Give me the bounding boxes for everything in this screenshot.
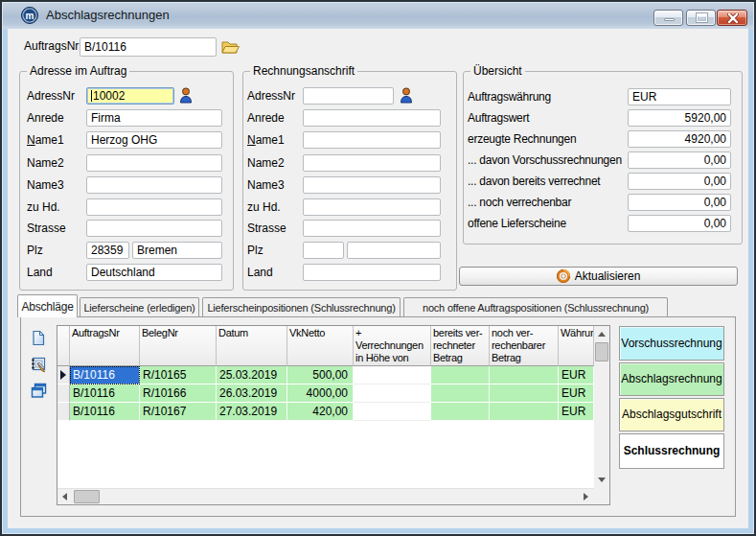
tab-lieferscheinpositionen[interactable]: Lieferscheinpositionen (Schlussrechnung): [202, 297, 401, 317]
cell-belegnr[interactable]: R/10166: [140, 385, 217, 403]
abschlagsgutschrift-button[interactable]: Abschlagsgutschrift: [619, 398, 724, 431]
cell-datum[interactable]: 26.03.2019: [217, 385, 287, 403]
aktualisieren-button[interactable]: Aktualisieren: [459, 267, 738, 286]
ort-input[interactable]: [347, 242, 441, 259]
tab-lieferscheine[interactable]: Lieferscheine (erledigen): [80, 297, 199, 317]
plz-input[interactable]: 28359: [86, 242, 129, 259]
adressnr-input[interactable]: [303, 87, 394, 105]
erzeugte-rechnungen-label: erzeugte Rechnungen: [468, 130, 576, 148]
cell-vknetto[interactable]: 420,00: [287, 403, 354, 421]
edit-record-icon[interactable]: [31, 357, 47, 373]
adressnr-input[interactable]: 10002: [86, 87, 174, 105]
person-icon[interactable]: [400, 87, 413, 104]
name2-input[interactable]: [303, 154, 441, 172]
current-row-arrow-icon: [60, 370, 66, 380]
cell-datum[interactable]: 25.03.2019: [217, 366, 287, 385]
header-auftragsnr[interactable]: AuftragsNr: [70, 326, 140, 366]
tab-offene-auftragspositionen[interactable]: noch offene Auftragspositionen (Schlussr…: [403, 297, 668, 317]
cell-bereits-verrechnet[interactable]: [431, 385, 490, 403]
cell-belegnr[interactable]: R/10167: [140, 403, 217, 421]
anrede-input[interactable]: Firma: [86, 109, 222, 127]
scroll-right-button[interactable]: [578, 489, 594, 504]
vertical-scrollbar[interactable]: [594, 326, 609, 488]
name2-label: Name2: [27, 154, 64, 172]
vorschussrechnung-button[interactable]: Vorschussrechnung: [619, 326, 724, 361]
horizontal-scrollbar[interactable]: [57, 488, 594, 504]
noch-verrechenbar-input[interactable]: 0,00: [628, 194, 731, 211]
header-bereits-verrechnet[interactable]: bereits ver- rechneter Betrag: [431, 326, 490, 366]
maximize-icon: [697, 13, 707, 22]
cell-belegnr[interactable]: R/10165: [140, 366, 217, 385]
zuhd-input[interactable]: [303, 198, 441, 216]
header-verrechnungen[interactable]: + Verrechnungen in Höhe von: [354, 326, 431, 366]
vertical-scroll-thumb[interactable]: [595, 342, 608, 361]
cell-verrechnungen[interactable]: [354, 385, 431, 403]
name3-label: Name3: [27, 176, 64, 194]
cell-noch-verrechenbar[interactable]: [490, 366, 559, 385]
cell-noch-verrechenbar[interactable]: [490, 403, 559, 421]
land-input[interactable]: Deutschland: [86, 264, 222, 281]
offene-lieferscheine-input[interactable]: 0,00: [628, 215, 731, 232]
auftragsnr-input[interactable]: B/10116: [80, 37, 217, 57]
header-vknetto[interactable]: VkNetto: [287, 326, 354, 366]
name3-label: Name3: [247, 176, 285, 194]
cell-noch-verrechenbar[interactable]: [490, 385, 559, 403]
header-noch-verrechenbar[interactable]: noch ver- rechenbarer Betrag: [490, 326, 559, 366]
plz-input[interactable]: [303, 242, 344, 259]
land-label: Land: [247, 264, 273, 281]
strasse-input[interactable]: [303, 220, 441, 237]
schlussrechnung-button[interactable]: Schlussrechnung: [619, 433, 724, 469]
cell-waehrung[interactable]: EUR: [559, 403, 594, 421]
header-waehrung[interactable]: Währung: [559, 326, 594, 366]
close-button[interactable]: [717, 10, 747, 26]
cell-waehrung[interactable]: EUR: [559, 366, 594, 385]
land-input[interactable]: [303, 264, 441, 281]
name3-input[interactable]: [303, 176, 441, 194]
cell-verrechnungen[interactable]: [354, 366, 431, 385]
cell-bereits-verrechnet[interactable]: [431, 403, 490, 421]
strasse-input[interactable]: [86, 220, 222, 237]
person-icon[interactable]: [179, 87, 193, 104]
davon-bereits-verrechnet-input[interactable]: 0,00: [628, 173, 731, 190]
abschlaege-table: AuftragsNr BelegNr Datum VkNetto + Verre…: [57, 325, 610, 505]
davon-vorschussrechnungen-input[interactable]: 0,00: [628, 151, 731, 169]
folder-open-icon[interactable]: [220, 38, 240, 56]
new-document-icon[interactable]: [31, 330, 47, 346]
adressnr-label: AdressNr: [27, 87, 75, 105]
scroll-left-button[interactable]: [57, 489, 74, 504]
auftragswaehrung-input[interactable]: EUR: [628, 88, 731, 105]
auftragswert-input[interactable]: 5920,00: [628, 109, 731, 127]
name1-input[interactable]: Herzog OHG: [86, 131, 222, 149]
name3-input[interactable]: [86, 176, 222, 194]
title-bar[interactable]: m Abschlagsrechnungen: [2, 2, 754, 29]
header-datum[interactable]: Datum: [217, 326, 287, 366]
name2-input[interactable]: [86, 154, 222, 172]
minimize-button[interactable]: [653, 10, 683, 26]
anrede-input[interactable]: [303, 109, 441, 127]
header-belegnr[interactable]: BelegNr: [140, 326, 217, 366]
zuhd-label: zu Hd.: [27, 198, 60, 216]
horizontal-scroll-thumb[interactable]: [74, 490, 100, 503]
copy-icon[interactable]: [31, 383, 47, 399]
maximize-button[interactable]: [686, 10, 716, 26]
tab-abschlaege[interactable]: Abschläge: [17, 294, 78, 317]
abschlagsrechnung-button[interactable]: Abschlagsrechnung: [619, 362, 724, 396]
name1-input[interactable]: [303, 131, 441, 149]
zuhd-input[interactable]: [86, 198, 222, 216]
cell-waehrung[interactable]: EUR: [559, 385, 594, 403]
ort-input[interactable]: Bremen: [132, 242, 222, 259]
cell-auftragsnr[interactable]: B/10116: [70, 403, 140, 421]
cell-datum[interactable]: 27.03.2019: [217, 403, 287, 421]
offene-lieferscheine-label: offene Lieferscheine: [468, 215, 566, 232]
cell-vknetto[interactable]: 500,00: [287, 366, 354, 385]
cell-auftragsnr[interactable]: B/10116: [70, 385, 140, 403]
erzeugte-rechnungen-input[interactable]: 4920,00: [628, 130, 731, 148]
cell-auftragsnr[interactable]: B/10116: [70, 366, 140, 385]
cell-bereits-verrechnet[interactable]: [431, 366, 490, 385]
cell-verrechnungen[interactable]: [354, 403, 431, 421]
minimize-icon: [664, 18, 675, 21]
button-label: Abschlagsrechnung: [620, 363, 723, 395]
scroll-down-button[interactable]: [594, 472, 609, 488]
scroll-up-button[interactable]: [594, 326, 609, 342]
cell-vknetto[interactable]: 4000,00: [287, 385, 354, 403]
